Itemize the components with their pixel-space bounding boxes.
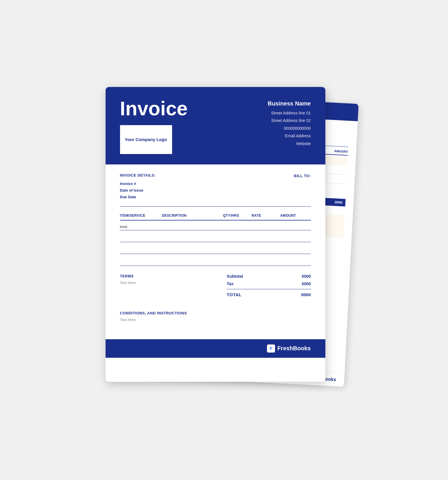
row1-item: trest <box>120 220 162 230</box>
subtotal-label: Subtotal <box>227 274 243 279</box>
business-details: Street Address line 01 Street Address li… <box>268 109 311 148</box>
due-date: Due Date <box>120 194 156 200</box>
row4-desc <box>162 254 223 266</box>
invoice-details-section: INVOICE DETAILS: Invoice # Date of Issue… <box>120 173 156 201</box>
conditions-text: Text Here <box>120 318 311 322</box>
subtotal-row: Subtotal 0000 <box>227 274 311 279</box>
col-desc-header: DESCRIPTION <box>162 214 223 220</box>
row2-qty <box>223 230 252 242</box>
tax-value: 0000 <box>302 281 311 286</box>
items-table: ITEM/SERVICE DESCRIPTION QTY/HRS RATE AM… <box>120 214 311 266</box>
terms-section: TERMS Text Here <box>120 274 196 285</box>
row2-desc <box>162 230 223 242</box>
table-row-2 <box>120 230 311 242</box>
bill-to: BILL TO: <box>294 173 311 178</box>
totals-section: Subtotal 0000 Tax 0000 TOTAL 0000 <box>227 274 311 297</box>
table-row-3 <box>120 242 311 254</box>
row1-qty <box>223 220 252 230</box>
phone: 000000000000 <box>268 125 311 132</box>
invoice-header: Invoice Your Company Logo Business Name … <box>106 87 325 164</box>
back-total-value: 0000 <box>335 200 342 204</box>
invoice-front: Invoice Your Company Logo Business Name … <box>106 87 325 382</box>
invoice-num: Invoice # <box>120 180 156 187</box>
conditions-section: CONDITIONS, AND INSTRUCTIONS Text Here <box>120 311 311 322</box>
address-line1: Street Address line 01 <box>268 109 311 117</box>
main-divider <box>120 206 311 207</box>
row4-qty <box>223 254 252 266</box>
invoice-body: INVOICE DETAILS: Invoice # Date of Issue… <box>106 164 325 331</box>
terms-label: TERMS <box>120 274 196 278</box>
address-line2: Street Address line 02 <box>268 117 311 125</box>
table-row-1: trest <box>120 220 311 230</box>
row2-amount <box>280 230 311 242</box>
row1-amount <box>280 220 311 230</box>
row2-item <box>120 230 162 242</box>
header-left: Invoice Your Company Logo <box>120 99 188 154</box>
row3-amount <box>280 242 311 254</box>
conditions-label: CONDITIONS, AND INSTRUCTIONS <box>120 311 311 315</box>
invoice-scene: INVOICE DETAILS: Invoice # 0000 Date of … <box>106 87 343 393</box>
header-right: Business Name Street Address line 01 Str… <box>268 99 311 148</box>
invoice-footer-bar: F FreshBooks <box>106 339 325 358</box>
invoice-title: Invoice <box>120 99 188 118</box>
date-issue: Date of Issue <box>120 187 156 194</box>
row3-item <box>120 242 162 254</box>
details-row: INVOICE DETAILS: Invoice # Date of Issue… <box>120 173 311 201</box>
subtotal-value: 0000 <box>302 274 311 279</box>
logo-box: Your Company Logo <box>120 125 172 154</box>
total-label: TOTAL <box>227 292 241 297</box>
col-qty-header: QTY/HRS <box>223 214 252 220</box>
total-final-row: TOTAL 0000 <box>227 292 311 297</box>
business-name: Business Name <box>268 100 311 107</box>
row1-rate <box>252 220 280 230</box>
row3-rate <box>252 242 280 254</box>
total-divider <box>227 289 311 289</box>
row3-qty <box>223 242 252 254</box>
freshbooks-logo: F FreshBooks <box>267 344 311 353</box>
table-row-4 <box>120 254 311 266</box>
col-amount-header: AMOUNT <box>280 214 311 220</box>
freshbooks-name: FreshBooks <box>277 345 311 352</box>
col-item-header: ITEM/SERVICE <box>120 214 162 220</box>
invoice-details-label: INVOICE DETAILS: <box>120 173 156 177</box>
row1-desc <box>162 220 223 230</box>
tax-row: Tax 0000 <box>227 281 311 286</box>
bill-to-label: BILL TO: <box>294 174 311 178</box>
row4-item <box>120 254 162 266</box>
terms-text: Text Here <box>120 281 196 285</box>
footer-section: TERMS Text Here Subtotal 0000 Tax 0000 T… <box>120 274 311 303</box>
logo-text: Your Company Logo <box>125 137 167 142</box>
row2-rate <box>252 230 280 242</box>
website: Website <box>268 140 311 148</box>
row4-rate <box>252 254 280 266</box>
email: Email Address <box>268 132 311 140</box>
total-value: 0000 <box>301 292 311 297</box>
freshbooks-icon: F <box>267 344 275 353</box>
row4-amount <box>280 254 311 266</box>
col-rate-header: RATE <box>252 214 280 220</box>
back-col-amount: AMOUNT <box>334 149 348 153</box>
row3-desc <box>162 242 223 254</box>
tax-label: Tax <box>227 281 233 286</box>
